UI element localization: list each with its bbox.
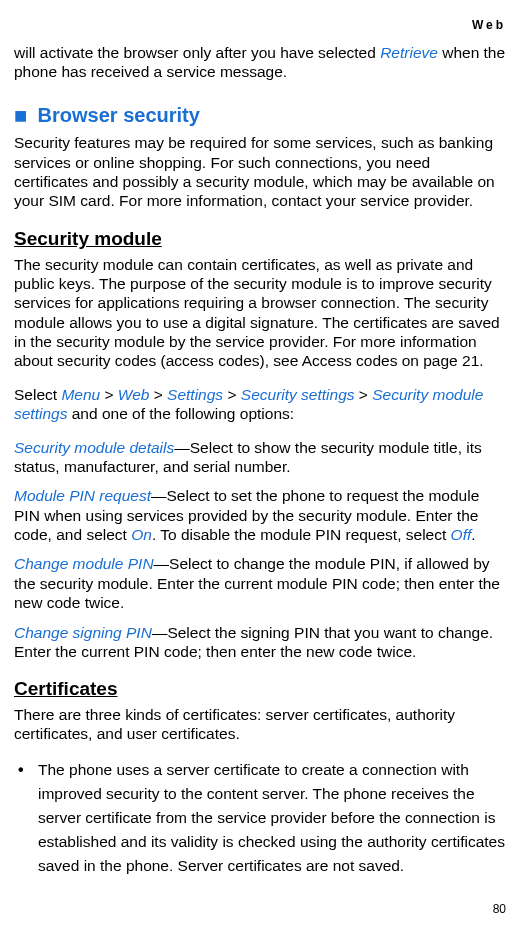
page-number: 80 xyxy=(493,902,506,917)
list-item: The phone uses a server certificate to c… xyxy=(14,758,506,878)
option-label: Module PIN request xyxy=(14,487,151,504)
intro-pre: will activate the browser only after you… xyxy=(14,44,380,61)
path-post: and one of the following options: xyxy=(67,405,294,422)
security-module-title: Security module xyxy=(14,227,506,251)
menu-link: Menu xyxy=(61,386,100,403)
settings-link: Settings xyxy=(167,386,223,403)
option-module-pin-request: Module PIN request—Select to set the pho… xyxy=(14,486,506,544)
page-header: Web xyxy=(14,18,506,33)
option-change-module-pin: Change module PIN—Select to change the m… xyxy=(14,554,506,612)
gt4: > xyxy=(355,386,373,403)
intro-paragraph: will activate the browser only after you… xyxy=(14,43,506,82)
option-desc-post: . xyxy=(471,526,475,543)
section-title: Browser security xyxy=(38,103,200,128)
section-marker-icon: ■ xyxy=(14,102,27,130)
security-settings-link: Security settings xyxy=(241,386,355,403)
nav-path-paragraph: Select Menu > Web > Settings > Security … xyxy=(14,385,506,424)
option-label: Change signing PIN xyxy=(14,624,152,641)
certificates-paragraph: There are three kinds of certificates: s… xyxy=(14,705,506,744)
gt3: > xyxy=(223,386,241,403)
section-heading: ■ Browser security xyxy=(14,102,506,130)
gt2: > xyxy=(149,386,167,403)
retrieve-link: Retrieve xyxy=(380,44,438,61)
option-label: Change module PIN xyxy=(14,555,154,572)
section-paragraph: Security features may be required for so… xyxy=(14,133,506,211)
certificates-bullet-list: The phone uses a server certificate to c… xyxy=(14,758,506,878)
certificates-title: Certificates xyxy=(14,677,506,701)
option-security-module-details: Security module details—Select to show t… xyxy=(14,438,506,477)
off-link: Off xyxy=(451,526,472,543)
option-label: Security module details xyxy=(14,439,174,456)
web-link: Web xyxy=(118,386,150,403)
option-desc-mid: . To disable the module PIN request, sel… xyxy=(152,526,451,543)
path-pre: Select xyxy=(14,386,61,403)
security-module-paragraph: The security module can contain certific… xyxy=(14,255,506,371)
gt1: > xyxy=(100,386,118,403)
option-change-signing-pin: Change signing PIN—Select the signing PI… xyxy=(14,623,506,662)
on-link: On xyxy=(131,526,152,543)
